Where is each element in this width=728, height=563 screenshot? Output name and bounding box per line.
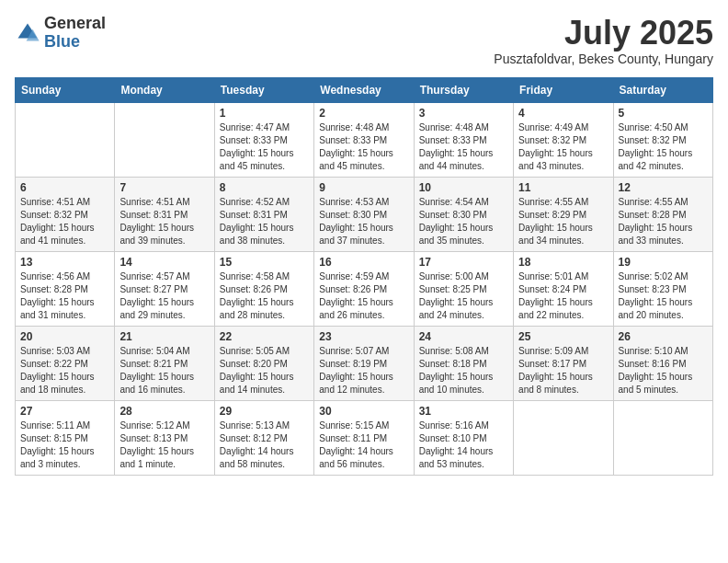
day-number: 20 <box>20 330 109 343</box>
logo: General Blue <box>15 15 106 52</box>
day-info: Sunrise: 5:05 AMSunset: 8:20 PMDaylight:… <box>220 345 309 396</box>
day-info: Sunrise: 4:55 AMSunset: 8:29 PMDaylight:… <box>518 196 608 247</box>
calendar-cell: 20Sunrise: 5:03 AMSunset: 8:22 PMDayligh… <box>16 326 115 400</box>
day-info: Sunrise: 4:51 AMSunset: 8:32 PMDaylight:… <box>20 196 109 247</box>
day-number: 12 <box>619 181 708 194</box>
day-info: Sunrise: 4:48 AMSunset: 8:33 PMDaylight:… <box>319 121 408 173</box>
day-info: Sunrise: 5:13 AMSunset: 8:12 PMDaylight:… <box>220 419 309 471</box>
day-info: Sunrise: 5:02 AMSunset: 8:23 PMDaylight:… <box>619 270 708 322</box>
day-number: 7 <box>119 181 209 194</box>
day-info: Sunrise: 5:08 AMSunset: 8:18 PMDaylight:… <box>419 345 508 396</box>
header-tuesday: Tuesday <box>214 77 313 102</box>
calendar-cell: 30Sunrise: 5:15 AMSunset: 8:11 PMDayligh… <box>314 400 414 475</box>
week-row-3: 13Sunrise: 4:56 AMSunset: 8:28 PMDayligh… <box>16 251 713 326</box>
day-info: Sunrise: 5:00 AMSunset: 8:25 PMDaylight:… <box>419 270 508 322</box>
day-info: Sunrise: 4:51 AMSunset: 8:31 PMDaylight:… <box>119 196 209 247</box>
calendar-table: SundayMondayTuesdayWednesdayThursdayFrid… <box>15 77 713 476</box>
day-info: Sunrise: 4:56 AMSunset: 8:28 PMDaylight:… <box>20 270 109 322</box>
calendar-cell: 18Sunrise: 5:01 AMSunset: 8:24 PMDayligh… <box>514 251 613 326</box>
day-number: 23 <box>319 330 408 343</box>
day-info: Sunrise: 4:50 AMSunset: 8:32 PMDaylight:… <box>619 121 708 173</box>
day-number: 19 <box>619 256 708 269</box>
day-number: 27 <box>20 405 109 418</box>
calendar-cell: 24Sunrise: 5:08 AMSunset: 8:18 PMDayligh… <box>414 326 513 400</box>
day-info: Sunrise: 5:11 AMSunset: 8:15 PMDaylight:… <box>20 419 109 471</box>
calendar-cell: 6Sunrise: 4:51 AMSunset: 8:32 PMDaylight… <box>16 177 115 251</box>
logo-general: General <box>44 15 106 33</box>
day-number: 6 <box>20 181 109 194</box>
calendar-cell: 1Sunrise: 4:47 AMSunset: 8:33 PMDaylight… <box>214 102 313 177</box>
calendar-cell: 16Sunrise: 4:59 AMSunset: 8:26 PMDayligh… <box>314 251 414 326</box>
calendar-cell: 23Sunrise: 5:07 AMSunset: 8:19 PMDayligh… <box>314 326 414 400</box>
title-block: July 2025 Pusztafoldvar, Bekes County, H… <box>494 15 713 66</box>
day-number: 21 <box>119 330 209 343</box>
day-number: 11 <box>518 181 608 194</box>
day-number: 18 <box>518 256 608 269</box>
week-row-5: 27Sunrise: 5:11 AMSunset: 8:15 PMDayligh… <box>16 400 713 475</box>
day-number: 17 <box>419 256 508 269</box>
calendar-cell <box>115 102 214 177</box>
day-number: 10 <box>419 181 508 194</box>
calendar-cell: 19Sunrise: 5:02 AMSunset: 8:23 PMDayligh… <box>613 251 712 326</box>
calendar-cell: 21Sunrise: 5:04 AMSunset: 8:21 PMDayligh… <box>115 326 214 400</box>
day-number: 1 <box>220 107 309 120</box>
logo-text: General Blue <box>44 15 106 52</box>
day-number: 28 <box>119 405 209 418</box>
day-info: Sunrise: 5:03 AMSunset: 8:22 PMDaylight:… <box>20 345 109 396</box>
calendar-cell: 13Sunrise: 4:56 AMSunset: 8:28 PMDayligh… <box>16 251 115 326</box>
logo-icon <box>15 20 40 46</box>
calendar-cell: 12Sunrise: 4:55 AMSunset: 8:28 PMDayligh… <box>613 177 712 251</box>
header-row: SundayMondayTuesdayWednesdayThursdayFrid… <box>16 77 713 102</box>
day-number: 3 <box>419 107 508 120</box>
day-number: 24 <box>419 330 508 343</box>
header-friday: Friday <box>514 77 613 102</box>
header-thursday: Thursday <box>414 77 513 102</box>
day-number: 9 <box>319 181 408 194</box>
day-number: 30 <box>319 405 408 418</box>
header-sunday: Sunday <box>16 77 115 102</box>
calendar-cell: 7Sunrise: 4:51 AMSunset: 8:31 PMDaylight… <box>115 177 214 251</box>
day-info: Sunrise: 5:09 AMSunset: 8:17 PMDaylight:… <box>518 345 608 396</box>
calendar-cell: 3Sunrise: 4:48 AMSunset: 8:33 PMDaylight… <box>414 102 513 177</box>
day-number: 8 <box>220 181 309 194</box>
logo-blue: Blue <box>44 33 106 52</box>
day-info: Sunrise: 4:54 AMSunset: 8:30 PMDaylight:… <box>419 196 508 247</box>
day-info: Sunrise: 4:47 AMSunset: 8:33 PMDaylight:… <box>220 121 309 173</box>
calendar-cell: 14Sunrise: 4:57 AMSunset: 8:27 PMDayligh… <box>115 251 214 326</box>
calendar-cell: 17Sunrise: 5:00 AMSunset: 8:25 PMDayligh… <box>414 251 513 326</box>
day-info: Sunrise: 4:48 AMSunset: 8:33 PMDaylight:… <box>419 121 508 173</box>
day-number: 26 <box>619 330 708 343</box>
calendar-cell: 28Sunrise: 5:12 AMSunset: 8:13 PMDayligh… <box>115 400 214 475</box>
calendar-cell: 8Sunrise: 4:52 AMSunset: 8:31 PMDaylight… <box>214 177 313 251</box>
calendar-cell: 5Sunrise: 4:50 AMSunset: 8:32 PMDaylight… <box>613 102 712 177</box>
calendar-cell: 31Sunrise: 5:16 AMSunset: 8:10 PMDayligh… <box>414 400 513 475</box>
calendar-cell: 27Sunrise: 5:11 AMSunset: 8:15 PMDayligh… <box>16 400 115 475</box>
calendar-cell: 4Sunrise: 4:49 AMSunset: 8:32 PMDaylight… <box>514 102 613 177</box>
day-info: Sunrise: 5:16 AMSunset: 8:10 PMDaylight:… <box>419 419 508 471</box>
day-number: 13 <box>20 256 109 269</box>
day-info: Sunrise: 4:57 AMSunset: 8:27 PMDaylight:… <box>119 270 209 322</box>
page-header: General Blue July 2025 Pusztafoldvar, Be… <box>15 15 713 66</box>
calendar-cell <box>514 400 613 475</box>
day-info: Sunrise: 4:52 AMSunset: 8:31 PMDaylight:… <box>220 196 309 247</box>
day-info: Sunrise: 5:10 AMSunset: 8:16 PMDaylight:… <box>619 345 708 396</box>
calendar-cell <box>613 400 712 475</box>
day-number: 31 <box>419 405 508 418</box>
header-saturday: Saturday <box>613 77 712 102</box>
location-subtitle: Pusztafoldvar, Bekes County, Hungary <box>494 52 713 66</box>
calendar-cell: 25Sunrise: 5:09 AMSunset: 8:17 PMDayligh… <box>514 326 613 400</box>
day-info: Sunrise: 4:55 AMSunset: 8:28 PMDaylight:… <box>619 196 708 247</box>
day-number: 5 <box>619 107 708 120</box>
day-number: 22 <box>220 330 309 343</box>
day-number: 14 <box>119 256 209 269</box>
day-info: Sunrise: 4:59 AMSunset: 8:26 PMDaylight:… <box>319 270 408 322</box>
day-info: Sunrise: 5:15 AMSunset: 8:11 PMDaylight:… <box>319 419 408 471</box>
day-info: Sunrise: 4:58 AMSunset: 8:26 PMDaylight:… <box>220 270 309 322</box>
calendar-cell: 11Sunrise: 4:55 AMSunset: 8:29 PMDayligh… <box>514 177 613 251</box>
day-info: Sunrise: 5:04 AMSunset: 8:21 PMDaylight:… <box>119 345 209 396</box>
calendar-cell: 29Sunrise: 5:13 AMSunset: 8:12 PMDayligh… <box>214 400 313 475</box>
calendar-cell: 26Sunrise: 5:10 AMSunset: 8:16 PMDayligh… <box>613 326 712 400</box>
day-info: Sunrise: 4:49 AMSunset: 8:32 PMDaylight:… <box>518 121 608 173</box>
day-info: Sunrise: 5:01 AMSunset: 8:24 PMDaylight:… <box>518 270 608 322</box>
calendar-cell: 9Sunrise: 4:53 AMSunset: 8:30 PMDaylight… <box>314 177 414 251</box>
